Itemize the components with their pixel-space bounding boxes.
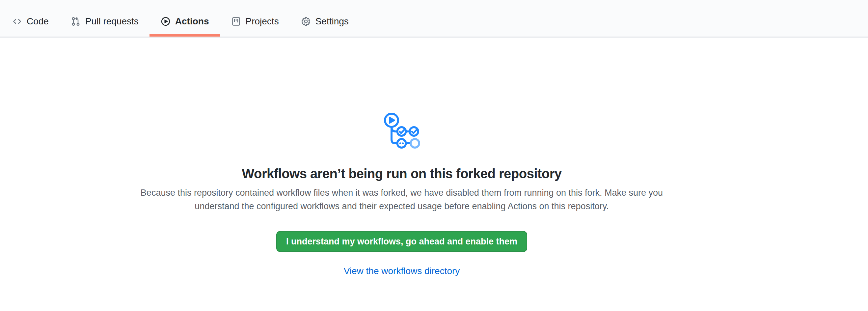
tab-code[interactable]: Code	[1, 6, 60, 37]
blankslate: Workflows aren’t being run on this forke…	[0, 37, 803, 276]
play-circle-icon	[160, 16, 171, 27]
gear-icon	[301, 16, 311, 27]
tab-label: Projects	[246, 17, 279, 26]
blankslate-heading: Workflows aren’t being run on this forke…	[0, 165, 803, 182]
repo-tab-nav: Code Pull requests Actions	[0, 0, 868, 37]
view-workflows-directory-link[interactable]: View the workflows directory	[344, 266, 460, 276]
actions-disabled-page: Workflows aren’t being run on this forke…	[0, 37, 868, 276]
enable-workflows-button[interactable]: I understand my workflows, go ahead and …	[276, 231, 527, 252]
tab-projects[interactable]: Projects	[220, 6, 290, 37]
blankslate-description: Because this repository contained workfl…	[128, 186, 675, 213]
tab-label: Code	[27, 17, 49, 26]
project-icon	[231, 16, 241, 27]
tab-settings[interactable]: Settings	[290, 6, 360, 37]
tab-label: Settings	[315, 17, 349, 26]
workflow-graph-icon	[383, 112, 421, 149]
code-icon	[12, 16, 22, 27]
tab-pull-requests[interactable]: Pull requests	[60, 6, 150, 37]
tab-actions[interactable]: Actions	[150, 6, 220, 37]
tab-label: Pull requests	[85, 17, 138, 26]
tab-label: Actions	[175, 17, 209, 26]
git-pull-request-icon	[70, 16, 81, 27]
